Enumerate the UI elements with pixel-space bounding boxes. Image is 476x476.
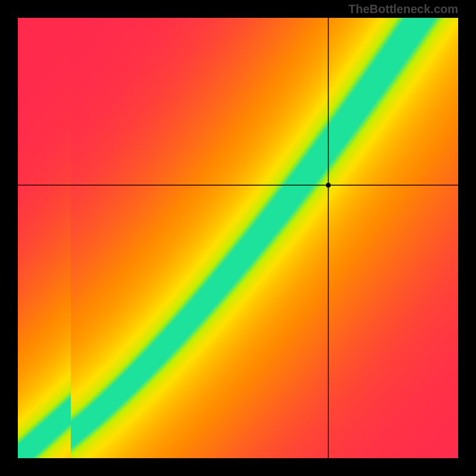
chart-container: TheBottleneck.com xyxy=(0,0,476,476)
watermark-text: TheBottleneck.com xyxy=(349,2,458,16)
bottleneck-heatmap xyxy=(0,0,476,476)
